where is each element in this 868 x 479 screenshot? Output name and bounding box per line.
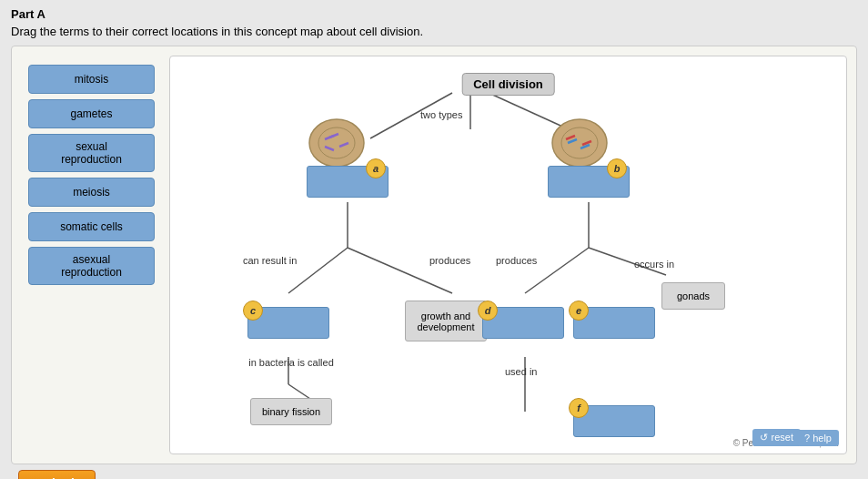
used-in-label: used in: [505, 366, 537, 377]
reset-button[interactable]: ↺ reset: [752, 429, 801, 446]
cell-division-label: Cell division: [461, 73, 555, 96]
gonads-box: gonads: [661, 282, 725, 310]
term-mitosis[interactable]: mitosis: [28, 65, 155, 94]
term-meiosis[interactable]: meiosis: [28, 178, 155, 207]
term-sexual-reproduction[interactable]: sexual reproduction: [28, 134, 155, 172]
circle-c: c: [243, 301, 263, 321]
term-somatic-cells[interactable]: somatic cells: [28, 212, 155, 241]
circle-b: b: [607, 158, 627, 178]
growth-development-box: growth and development: [405, 301, 487, 341]
cell-image-b: [548, 116, 611, 170]
circle-f: f: [569, 398, 589, 418]
concept-map-area: Cell division two types a: [169, 56, 847, 454]
circle-e: e: [569, 301, 589, 321]
can-result-in-label: can result in: [243, 255, 297, 266]
instructions: Drag the terms to their correct location…: [11, 25, 857, 38]
bottom-bar: Submit My Answers Give Up: [11, 464, 857, 479]
cell-image-a: [305, 116, 368, 170]
produces-right-label: produces: [496, 255, 537, 266]
circle-d: d: [478, 301, 498, 321]
submit-button[interactable]: Submit: [18, 470, 96, 479]
svg-point-13: [309, 119, 364, 167]
term-asexual-reproduction[interactable]: asexual reproduction: [28, 247, 155, 285]
occurs-in-label: occurs in: [634, 259, 674, 270]
help-button[interactable]: ? help: [797, 430, 839, 446]
terms-sidebar: mitosis gametes sexual reproduction meio…: [21, 56, 162, 454]
term-gametes[interactable]: gametes: [28, 99, 155, 128]
produces-left-label: produces: [429, 255, 470, 266]
circle-a: a: [366, 158, 386, 178]
main-panel: mitosis gametes sexual reproduction meio…: [11, 46, 857, 464]
binary-fission-box: binary fission: [250, 398, 332, 425]
two-types-label: two types: [420, 109, 462, 120]
outer-container: Part A Drag the terms to their correct l…: [0, 0, 868, 479]
svg-line-4: [288, 248, 348, 293]
svg-point-19: [552, 119, 607, 167]
in-bacteria-label: in bacteria is called: [232, 357, 350, 368]
part-label: Part A: [11, 7, 857, 21]
